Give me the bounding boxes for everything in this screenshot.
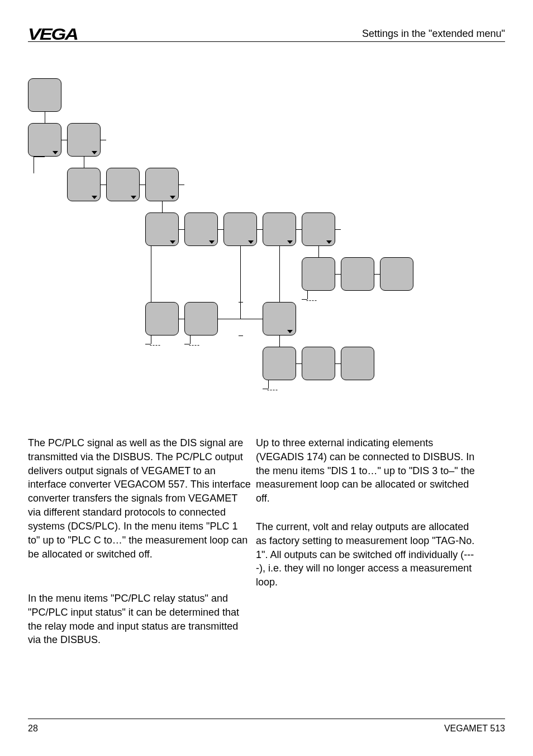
menu-tree-diagram: ---- ---- ---- ---- [22,78,425,403]
menu-box [263,347,296,380]
menu-box [302,212,335,246]
menu-box [28,78,61,112]
document-id: VEGAMET 513 [444,724,505,734]
chevron-down-icon [92,196,97,199]
menu-box [145,302,179,336]
chevron-down-icon [170,196,175,199]
dash-label: ---- [306,296,317,304]
menu-box [28,123,61,157]
menu-box [184,212,218,246]
chevron-down-icon [53,151,58,154]
menu-box [302,257,335,291]
chevron-down-icon [326,240,332,244]
dash-label: ---- [267,386,278,394]
body-paragraph: In the menu items "PC/PLC relay status" … [28,592,251,647]
header-rule [28,41,505,42]
menu-box [341,347,374,380]
menu-box [145,212,179,246]
vega-logo: VEGA [28,25,78,44]
dash-label: ---- [189,341,200,349]
chevron-down-icon [287,330,293,333]
chevron-down-icon [287,240,293,244]
menu-box [341,257,374,291]
chevron-down-icon [248,240,254,244]
menu-box [380,257,413,291]
page-number: 28 [28,724,38,734]
menu-box [263,302,296,336]
chevron-down-icon [131,196,136,199]
body-paragraph: Up to three external indicating elements… [256,436,479,505]
chevron-down-icon [170,240,175,244]
menu-box [184,302,218,336]
dash-label: ---- [150,341,161,349]
menu-box [223,212,257,246]
menu-box [263,212,296,246]
menu-box [302,347,335,380]
section-title: Settings in the "extended menu" [362,28,505,40]
menu-box [106,168,140,201]
chevron-down-icon [209,240,215,244]
body-paragraph: The PC/PLC signal as well as the DIS sig… [28,436,251,561]
chevron-down-icon [92,151,97,154]
menu-box [67,168,101,201]
menu-box [67,123,101,157]
menu-box [145,168,179,201]
footer-rule [28,719,505,719]
body-paragraph: The current, volt and relay outputs are … [256,520,479,589]
